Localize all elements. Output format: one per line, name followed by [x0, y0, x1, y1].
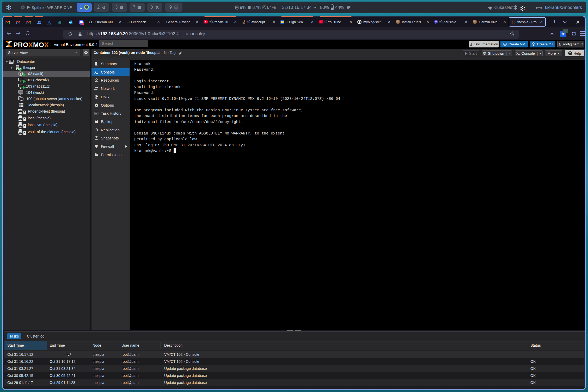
svg-text:!: !	[81, 35, 82, 36]
